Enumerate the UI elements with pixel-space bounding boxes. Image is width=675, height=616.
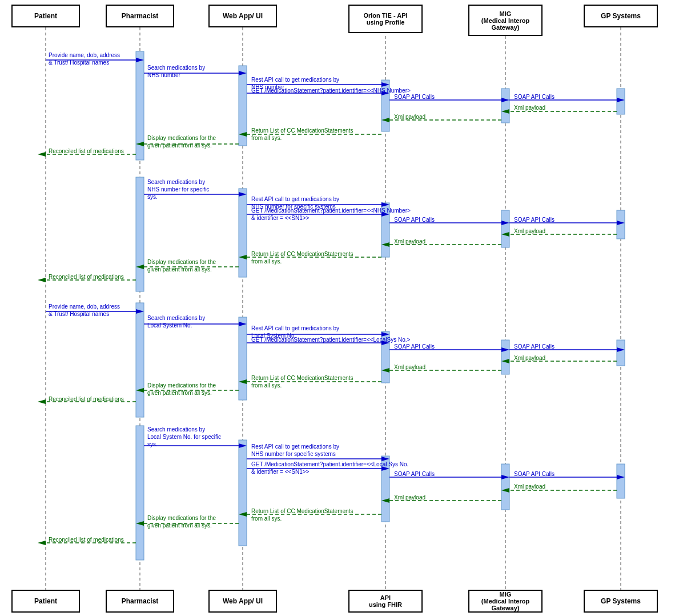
svg-rect-37 [617, 210, 625, 239]
svg-marker-66 [239, 322, 247, 326]
svg-marker-16 [381, 82, 389, 87]
actor-pharmacist-bottom: Pharmacist [106, 590, 174, 613]
svg-marker-32 [38, 152, 46, 157]
svg-marker-109 [38, 541, 46, 545]
svg-rect-58 [136, 303, 144, 417]
msg-pharmacist-search-3: Search medications byLocal System No. [147, 314, 239, 329]
sequence-diagram: Patient Pharmacist Web App/ UI Orion TIE… [0, 0, 675, 616]
svg-rect-10 [617, 89, 625, 114]
msg-return-1: Return List of CC MedicationStatementsfr… [251, 127, 380, 142]
svg-marker-103 [381, 498, 389, 503]
actor-pharmacist-top: Pharmacist [106, 5, 174, 27]
svg-rect-9 [501, 89, 509, 123]
svg-marker-14 [239, 71, 247, 75]
msg-reconciled-4: Reconciled list of medications [49, 536, 137, 543]
svg-marker-12 [136, 58, 144, 62]
svg-marker-76 [501, 359, 509, 363]
msg-xml-3b: Xml payload [394, 363, 500, 371]
actor-gp-bottom: GP Systems [584, 590, 658, 613]
svg-marker-39 [239, 192, 247, 197]
msg-reconciled-1: Reconciled list of medications [49, 147, 137, 155]
svg-rect-86 [239, 440, 247, 546]
svg-marker-78 [381, 368, 389, 373]
actor-gp-top: GP Systems [584, 5, 658, 27]
svg-rect-36 [501, 210, 509, 247]
svg-rect-6 [136, 51, 144, 160]
actor-mig-top: MIG(Medical InteropGateway) [468, 5, 543, 36]
svg-marker-91 [239, 443, 247, 448]
msg-pharmacist-search-1: Search medications byNHS number [147, 64, 239, 79]
svg-marker-57 [38, 278, 46, 282]
svg-marker-45 [501, 221, 509, 225]
svg-marker-41 [381, 202, 389, 207]
msg-soap-3a: SOAP API Calls [394, 343, 500, 350]
svg-marker-51 [381, 242, 389, 247]
msg-xml-4a: Xml payload [514, 483, 617, 490]
svg-marker-30 [136, 142, 144, 146]
svg-marker-84 [38, 399, 46, 404]
msg-xml-2a: Xml payload [514, 227, 617, 235]
svg-marker-20 [501, 98, 509, 102]
actor-api-bottom: APIusing FHIR [348, 590, 423, 613]
msg-return-4: Return List of CC MedicationStatementsfr… [251, 507, 380, 522]
svg-rect-7 [239, 66, 247, 146]
actor-orion-top: Orion TIE - APIusing Profile [348, 5, 423, 33]
msg-webapp-rest-4: Rest API call to get medications byNHS n… [251, 443, 380, 458]
msg-xml-1a: Xml payload [514, 104, 617, 111]
svg-marker-26 [381, 118, 389, 122]
msg-soap-2a: SOAP API Calls [394, 216, 500, 223]
svg-rect-61 [501, 340, 509, 374]
msg-soap-4b: SOAP API Calls [514, 470, 617, 478]
svg-marker-97 [501, 475, 509, 479]
svg-rect-89 [617, 464, 625, 498]
msg-xml-4b: Xml payload [394, 494, 500, 501]
msg-xml-2b: Xml payload [394, 238, 500, 245]
svg-marker-101 [501, 488, 509, 493]
actor-patient-top: Patient [11, 5, 80, 27]
svg-marker-64 [136, 309, 144, 314]
actor-webapp-top: Web App/ UI [208, 5, 277, 27]
msg-return-3: Return List of CC MedicationStatementsfr… [251, 374, 380, 389]
msg-reconciled-2: Reconciled list of medications [49, 273, 137, 281]
msg-pharmacist-search-4: Search medications byLocal System No. fo… [147, 426, 239, 448]
msg-patient-provide-1: Provide name, dob, address& Trust/ Hospi… [49, 51, 137, 66]
svg-rect-88 [501, 464, 509, 510]
svg-marker-47 [617, 221, 625, 225]
msg-soap-2b: SOAP API Calls [514, 216, 617, 223]
msg-soap-1b: SOAP API Calls [514, 93, 617, 101]
svg-marker-99 [617, 475, 625, 479]
actor-patient-bottom: Patient [11, 590, 80, 613]
svg-marker-22 [617, 98, 625, 102]
svg-rect-33 [136, 177, 144, 291]
svg-marker-107 [136, 521, 144, 526]
actor-mig-bottom: MIG(Medical InteropGateway) [468, 590, 543, 613]
svg-marker-55 [136, 265, 144, 269]
svg-marker-72 [501, 347, 509, 352]
msg-soap-3b: SOAP API Calls [514, 343, 617, 350]
svg-marker-74 [617, 347, 625, 352]
msg-return-2: Return List of CC MedicationStatementsfr… [251, 250, 380, 265]
svg-marker-49 [501, 232, 509, 237]
msg-soap-1a: SOAP API Calls [394, 93, 500, 101]
msg-pharmacist-search-2: Search medications byNHS number for spec… [147, 178, 239, 201]
svg-rect-62 [617, 340, 625, 366]
svg-rect-85 [136, 426, 144, 560]
msg-patient-provide-3: Provide name, dob, address& Trust/ Hospi… [49, 303, 137, 318]
msg-xml-1b: Xml payload [394, 113, 500, 121]
msg-soap-4a: SOAP API Calls [394, 470, 500, 478]
msg-reconciled-3: Reconciled list of medications [49, 395, 137, 403]
actor-webapp-bottom: Web App/ UI [208, 590, 277, 613]
svg-marker-24 [501, 109, 509, 114]
svg-marker-82 [136, 388, 144, 393]
msg-xml-3a: Xml payload [514, 354, 617, 362]
